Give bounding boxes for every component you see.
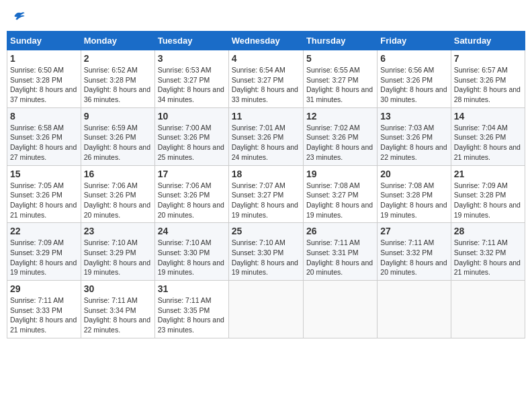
calendar-cell: 27 Sunrise: 7:11 AM Sunset: 3:32 PM Dayl… — [378, 223, 451, 281]
page-header — [7, 7, 525, 26]
day-number: 24 — [158, 226, 226, 236]
weekday-header: Sunday — [7, 32, 81, 50]
day-info: Sunrise: 7:02 AM Sunset: 3:26 PM Dayligh… — [306, 123, 374, 163]
day-number: 4 — [232, 53, 300, 64]
calendar-week-row: 29 Sunrise: 7:11 AM Sunset: 3:33 PM Dayl… — [7, 281, 525, 338]
day-info: Sunrise: 7:04 AM Sunset: 3:26 PM Dayligh… — [454, 123, 522, 163]
weekday-header: Monday — [81, 32, 154, 50]
calendar-cell: 22 Sunrise: 7:09 AM Sunset: 3:29 PM Dayl… — [7, 223, 81, 281]
day-number: 1 — [10, 53, 78, 64]
day-info: Sunrise: 7:11 AM Sunset: 3:32 PM Dayligh… — [380, 238, 447, 277]
calendar-cell: 11 Sunrise: 7:01 AM Sunset: 3:26 PM Dayl… — [228, 107, 303, 165]
day-number: 27 — [380, 226, 447, 236]
calendar-cell: 30 Sunrise: 7:11 AM Sunset: 3:34 PM Dayl… — [81, 281, 154, 338]
calendar-cell: 15 Sunrise: 7:05 AM Sunset: 3:26 PM Dayl… — [7, 165, 81, 223]
day-info: Sunrise: 7:09 AM Sunset: 3:29 PM Dayligh… — [10, 238, 78, 277]
day-number: 30 — [84, 283, 152, 294]
day-number: 16 — [84, 169, 152, 179]
day-number: 23 — [84, 226, 152, 236]
calendar-cell: 5 Sunrise: 6:55 AM Sunset: 3:27 PM Dayli… — [303, 50, 377, 108]
day-number: 11 — [232, 111, 300, 122]
day-number: 21 — [454, 169, 522, 179]
day-number: 26 — [306, 226, 374, 236]
calendar-cell: 28 Sunrise: 7:11 AM Sunset: 3:32 PM Dayl… — [451, 223, 525, 281]
day-number: 2 — [84, 53, 152, 64]
day-info: Sunrise: 6:52 AM Sunset: 3:28 PM Dayligh… — [84, 65, 152, 105]
calendar-cell: 17 Sunrise: 7:06 AM Sunset: 3:26 PM Dayl… — [154, 165, 228, 223]
calendar-cell: 20 Sunrise: 7:08 AM Sunset: 3:28 PM Dayl… — [378, 165, 451, 223]
calendar-week-row: 1 Sunrise: 6:50 AM Sunset: 3:28 PM Dayli… — [7, 50, 525, 108]
day-info: Sunrise: 7:06 AM Sunset: 3:26 PM Dayligh… — [158, 181, 226, 220]
calendar-cell: 2 Sunrise: 6:52 AM Sunset: 3:28 PM Dayli… — [81, 50, 154, 108]
day-number: 7 — [454, 53, 522, 64]
day-number: 9 — [84, 111, 152, 122]
day-info: Sunrise: 7:11 AM Sunset: 3:35 PM Dayligh… — [158, 295, 226, 335]
day-number: 3 — [158, 53, 226, 64]
day-info: Sunrise: 7:11 AM Sunset: 3:33 PM Dayligh… — [10, 295, 78, 335]
day-info: Sunrise: 6:59 AM Sunset: 3:26 PM Dayligh… — [84, 123, 152, 163]
day-info: Sunrise: 6:53 AM Sunset: 3:27 PM Dayligh… — [158, 65, 226, 105]
calendar-cell — [228, 281, 303, 338]
calendar-cell: 13 Sunrise: 7:03 AM Sunset: 3:26 PM Dayl… — [378, 107, 451, 165]
day-number: 12 — [306, 111, 374, 122]
calendar-week-row: 8 Sunrise: 6:58 AM Sunset: 3:26 PM Dayli… — [7, 107, 525, 165]
day-info: Sunrise: 7:00 AM Sunset: 3:26 PM Dayligh… — [158, 123, 226, 163]
day-info: Sunrise: 6:54 AM Sunset: 3:27 PM Dayligh… — [232, 65, 300, 105]
calendar-cell: 26 Sunrise: 7:11 AM Sunset: 3:31 PM Dayl… — [303, 223, 377, 281]
day-number: 18 — [232, 169, 300, 179]
day-number: 17 — [158, 169, 226, 179]
calendar-cell: 10 Sunrise: 7:00 AM Sunset: 3:26 PM Dayl… — [154, 107, 228, 165]
day-info: Sunrise: 7:09 AM Sunset: 3:28 PM Dayligh… — [454, 181, 522, 220]
day-info: Sunrise: 7:11 AM Sunset: 3:32 PM Dayligh… — [454, 238, 522, 277]
weekday-header: Thursday — [303, 32, 377, 50]
day-info: Sunrise: 7:10 AM Sunset: 3:30 PM Dayligh… — [232, 238, 300, 277]
calendar-cell: 29 Sunrise: 7:11 AM Sunset: 3:33 PM Dayl… — [7, 281, 81, 338]
calendar-cell: 9 Sunrise: 6:59 AM Sunset: 3:26 PM Dayli… — [81, 107, 154, 165]
day-info: Sunrise: 7:11 AM Sunset: 3:31 PM Dayligh… — [306, 238, 374, 277]
calendar-table: SundayMondayTuesdayWednesdayThursdayFrid… — [7, 31, 525, 338]
calendar-cell: 4 Sunrise: 6:54 AM Sunset: 3:27 PM Dayli… — [228, 50, 303, 108]
day-number: 19 — [306, 169, 374, 179]
day-info: Sunrise: 6:55 AM Sunset: 3:27 PM Dayligh… — [306, 65, 374, 105]
day-info: Sunrise: 7:08 AM Sunset: 3:27 PM Dayligh… — [306, 181, 374, 220]
day-number: 25 — [232, 226, 300, 236]
calendar-cell: 8 Sunrise: 6:58 AM Sunset: 3:26 PM Dayli… — [7, 107, 81, 165]
day-number: 14 — [454, 111, 522, 122]
day-info: Sunrise: 7:08 AM Sunset: 3:28 PM Dayligh… — [380, 181, 447, 220]
calendar-cell: 25 Sunrise: 7:10 AM Sunset: 3:30 PM Dayl… — [228, 223, 303, 281]
calendar-cell: 1 Sunrise: 6:50 AM Sunset: 3:28 PM Dayli… — [7, 50, 81, 108]
day-number: 29 — [10, 283, 78, 294]
calendar-cell: 7 Sunrise: 6:57 AM Sunset: 3:26 PM Dayli… — [451, 50, 525, 108]
day-info: Sunrise: 7:07 AM Sunset: 3:27 PM Dayligh… — [232, 181, 300, 220]
calendar-cell: 16 Sunrise: 7:06 AM Sunset: 3:26 PM Dayl… — [81, 165, 154, 223]
weekday-header: Tuesday — [154, 32, 228, 50]
weekday-header: Wednesday — [228, 32, 303, 50]
calendar-cell: 18 Sunrise: 7:07 AM Sunset: 3:27 PM Dayl… — [228, 165, 303, 223]
weekday-header: Friday — [378, 32, 451, 50]
day-number: 8 — [10, 111, 78, 122]
weekday-header: Saturday — [451, 32, 525, 50]
calendar-header-row: SundayMondayTuesdayWednesdayThursdayFrid… — [7, 32, 525, 50]
day-info: Sunrise: 6:57 AM Sunset: 3:26 PM Dayligh… — [454, 65, 522, 105]
day-info: Sunrise: 7:10 AM Sunset: 3:29 PM Dayligh… — [84, 238, 152, 277]
calendar-cell: 23 Sunrise: 7:10 AM Sunset: 3:29 PM Dayl… — [81, 223, 154, 281]
calendar-cell: 14 Sunrise: 7:04 AM Sunset: 3:26 PM Dayl… — [451, 107, 525, 165]
day-info: Sunrise: 7:05 AM Sunset: 3:26 PM Dayligh… — [10, 181, 78, 220]
day-info: Sunrise: 6:56 AM Sunset: 3:26 PM Dayligh… — [380, 65, 447, 105]
calendar-cell: 19 Sunrise: 7:08 AM Sunset: 3:27 PM Dayl… — [303, 165, 377, 223]
day-info: Sunrise: 7:06 AM Sunset: 3:26 PM Dayligh… — [84, 181, 152, 220]
calendar-cell: 3 Sunrise: 6:53 AM Sunset: 3:27 PM Dayli… — [154, 50, 228, 108]
day-info: Sunrise: 7:01 AM Sunset: 3:26 PM Dayligh… — [232, 123, 300, 163]
calendar-cell: 24 Sunrise: 7:10 AM Sunset: 3:30 PM Dayl… — [154, 223, 228, 281]
logo-bird-icon — [12, 9, 26, 23]
day-info: Sunrise: 7:11 AM Sunset: 3:34 PM Dayligh… — [84, 295, 152, 335]
calendar-cell: 12 Sunrise: 7:02 AM Sunset: 3:26 PM Dayl… — [303, 107, 377, 165]
day-number: 6 — [380, 53, 447, 64]
calendar-cell: 31 Sunrise: 7:11 AM Sunset: 3:35 PM Dayl… — [154, 281, 228, 338]
day-number: 20 — [380, 169, 447, 179]
day-info: Sunrise: 7:10 AM Sunset: 3:30 PM Dayligh… — [158, 238, 226, 277]
calendar-cell: 6 Sunrise: 6:56 AM Sunset: 3:26 PM Dayli… — [378, 50, 451, 108]
calendar-cell: 21 Sunrise: 7:09 AM Sunset: 3:28 PM Dayl… — [451, 165, 525, 223]
day-number: 10 — [158, 111, 226, 122]
day-info: Sunrise: 7:03 AM Sunset: 3:26 PM Dayligh… — [380, 123, 447, 163]
